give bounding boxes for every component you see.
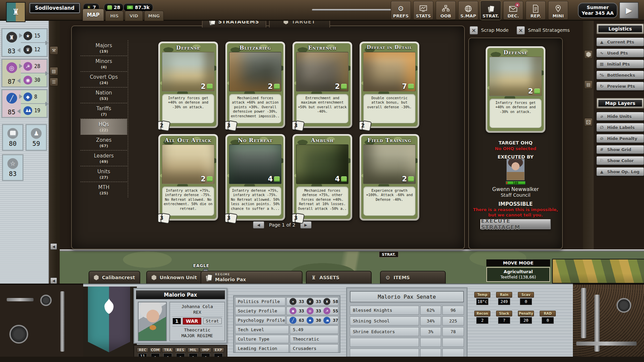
category-nation[interactable]: Nation (53) — [80, 87, 127, 103]
strat-badge[interactable]: Strat — [203, 318, 222, 324]
strat-button[interactable]: STRAT. — [481, 1, 501, 20]
side-tool-hex-button[interactable] — [584, 50, 593, 59]
tab-regime-malorio-pax[interactable]: REGIME Malorio Pax — [201, 271, 303, 284]
hammer-sickle-icon: ☭ — [23, 62, 32, 71]
collectivism-stat: ☭ 28 — [21, 60, 47, 73]
map-location-label: EAGLE — [193, 263, 209, 268]
fist-icon — [341, 176, 347, 182]
show-op-log-button[interactable]: ▲ Show Op. Log — [596, 167, 644, 176]
executor-portrait[interactable] — [506, 159, 525, 180]
card-count-badge: 2 — [359, 121, 367, 130]
decisions-button[interactable]: DEC. — [503, 1, 523, 20]
castle-icon: ♜ — [12, 7, 19, 17]
star-icon: ★ — [289, 298, 297, 305]
initial-pts-button[interactable]: ▦ Initial Pts — [596, 60, 644, 68]
used-pts-button[interactable]: ∿ Used Pts — [596, 49, 644, 57]
terrain-preview[interactable] — [552, 259, 644, 284]
fist-icon — [274, 176, 280, 182]
reports-button[interactable]: REP. — [526, 1, 546, 20]
side-tool-stack-button[interactable]: ▤ — [584, 80, 593, 89]
tab-city-calibancrest[interactable]: Calibancrest — [89, 271, 140, 284]
envelope-x-icon — [509, 4, 518, 13]
rain-stat: Rain 249 — [496, 292, 512, 305]
minimap-button[interactable]: MINI — [548, 1, 568, 20]
tab-unknown-unit[interactable]: Unknown Unit — [146, 271, 202, 284]
side-tool-hammer-button[interactable]: ⚒ — [50, 46, 58, 55]
stratagem-card-field-training[interactable]: Field Training 2 Experience growth +100%… — [360, 134, 419, 221]
scrap-mode-checkbox[interactable]: × — [470, 26, 478, 35]
oob-button[interactable]: OOB — [436, 1, 456, 20]
end-turn-button[interactable]: ▶ — [619, 2, 639, 19]
stratagem-card-blitzkrieg[interactable]: Blitzkrieg 2 Mechanized forces attack +6… — [225, 42, 285, 128]
culture-type: Theocratic — [181, 327, 213, 333]
category-covert-ops[interactable]: Covert Ops (24) — [80, 72, 127, 87]
bottlenecks-button[interactable]: % Bottlenecks — [596, 71, 644, 79]
national-stats-sidebar: ♜ 83 ★ 15 ♛ 12 ◎ 87 — [0, 21, 49, 284]
category-tariffs[interactable]: Tariffs (7) — [80, 103, 127, 119]
prefs-button[interactable]: ⚙ PREFS — [391, 1, 411, 20]
map-scroll-left-button[interactable]: ◀ — [50, 243, 57, 250]
card-count-badge: 3 — [292, 214, 300, 223]
show-color-button[interactable]: ⚐ Show Color — [596, 156, 644, 165]
tab-vid[interactable]: VID — [125, 11, 143, 21]
selected-stratagem-card[interactable]: Defense 2 Infantry forces get +40% on de… — [486, 46, 545, 133]
execute-stratagem-button[interactable]: EXECUTE STRATAGEM — [480, 219, 551, 229]
execute-stratagem-panel: Defense 2 Infantry forces get +40% on de… — [468, 38, 563, 249]
side-tool-menu-button[interactable]: ☰ — [50, 78, 58, 86]
prev-page-button[interactable]: ◀ — [253, 221, 264, 229]
hex-icon — [152, 275, 156, 280]
people-icon: ♟♟ — [323, 317, 330, 324]
stratagem-card-all-out-attack[interactable]: All Out Attack 2 Infantry attack +75%, i… — [158, 134, 218, 221]
war-badge: WAR — [183, 318, 201, 324]
hide-penalty-button[interactable]: ⊘ Hide Penalty — [596, 134, 644, 143]
tab-assets[interactable]: ♜ ASSETS — [306, 271, 372, 284]
leader-portrait[interactable] — [138, 302, 167, 341]
category-majors[interactable]: Majors (19) — [80, 40, 127, 56]
senate-empty-row — [350, 349, 464, 358]
recon-stat: Recon 2 — [474, 311, 490, 324]
category-hqs[interactable]: HQs (22) — [80, 119, 127, 135]
road-icon: ▲ — [599, 40, 605, 45]
tab-items[interactable]: ⚙ ITEMS — [380, 271, 446, 284]
side-tool-box-button[interactable]: ▤ — [50, 67, 58, 75]
stratagem-card-defense[interactable]: Defense 2 Infantry forces get +40% on de… — [158, 42, 218, 128]
stratagem-card-no-retreat[interactable]: No Retreat 4 Infantry defense +75%, infa… — [225, 134, 285, 221]
category-units[interactable]: Units (27) — [80, 166, 127, 182]
table-row: Leading Faction Crusaders — [235, 344, 338, 353]
grad-cap-icon: ◆ — [307, 317, 314, 324]
map-scroll-left-lower-button[interactable]: ◀ — [50, 278, 57, 284]
category-mth[interactable]: MTH (25) — [80, 182, 127, 197]
fist-icon — [534, 88, 540, 94]
side-tool-dice-button[interactable]: ⚄ — [584, 118, 593, 126]
smap-button[interactable]: S.MAP — [458, 1, 478, 20]
show-grid-button[interactable]: # Show Grid — [596, 145, 644, 154]
road-icon: ▲ — [599, 169, 605, 174]
world-map[interactable]: STRAT. EAGLE Calibancrest Unknown Unit R… — [60, 249, 644, 284]
category-leaders[interactable]: Leaders (49) — [80, 150, 127, 166]
category-zones[interactable]: Zones (67) — [80, 135, 127, 150]
tab-map[interactable]: MAP — [83, 9, 104, 21]
temp-stat: Temp 18°c — [474, 292, 490, 305]
nation-flag: ♜ — [6, 2, 25, 22]
card-artwork: 7 — [363, 52, 416, 92]
stats-button[interactable]: STATS — [413, 1, 433, 20]
fate-stat: ☆ 83 — [2, 154, 23, 181]
category-minors[interactable]: Minors (4) — [80, 56, 127, 72]
senate-empty-row — [350, 338, 464, 347]
stratagem-card-defeat-in-detail[interactable]: Defeat in Detail 7 Double concentric att… — [360, 42, 419, 128]
current-pts-button[interactable]: ▲ Current Pts — [596, 38, 644, 46]
stratagem-card-entrench[interactable]: Entrench 2 Entrenchment and maximum entr… — [292, 42, 352, 128]
hide-labels-icon: ∅ — [599, 125, 605, 130]
tab-his[interactable]: HIS — [105, 11, 123, 21]
hide-labels-button[interactable]: ∅ Hide Labels — [596, 123, 644, 132]
small-stratagems-checkbox[interactable]: × — [517, 26, 525, 35]
senate-faction-row: Shrine Educators 3% 78 — [350, 327, 464, 336]
stratagem-card-ambush[interactable]: Ambush 4 Mechanized forces defense +75%,… — [292, 134, 352, 221]
regime-banner — [88, 287, 130, 352]
card-artwork: 2 — [162, 144, 214, 184]
preview-pts-button[interactable]: ↻ Preview Pts — [596, 82, 644, 90]
refresh-icon: ↻ — [599, 84, 605, 89]
hide-units-button[interactable]: ⌀ Hide Units — [596, 112, 644, 121]
tab-mng[interactable]: MNG — [144, 11, 164, 21]
club-icon: ╱ — [289, 317, 297, 324]
